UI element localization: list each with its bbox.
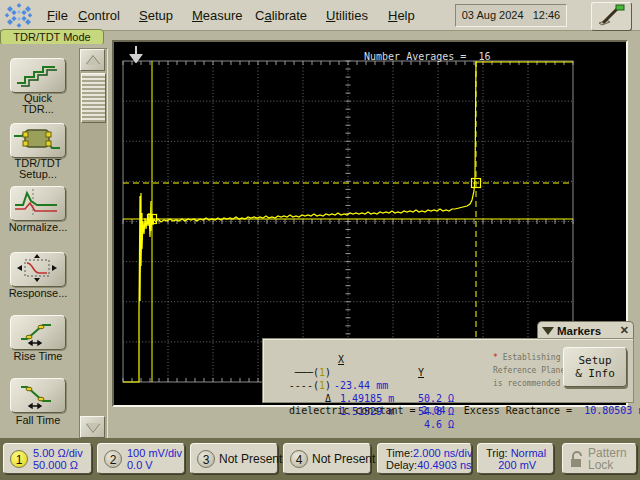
menu-control[interactable]: Control: [78, 8, 120, 23]
time-per-div: 2.000 ns/div: [413, 447, 472, 459]
normalize-icon: [11, 187, 63, 218]
markers-readout-panel: X Y ───(1) -23.44 mm 50.2 Ω ----(1) 1.49…: [262, 338, 634, 403]
markers-panel-tab[interactable]: Markers ✕: [537, 321, 634, 339]
channel-3-badge: 3: [197, 450, 215, 468]
normalize-button[interactable]: [10, 186, 66, 221]
stylus-pen-icon: [592, 3, 629, 28]
response-label: Response...: [0, 288, 76, 299]
trigger-button[interactable]: Trig: Normal 200 mV: [477, 443, 554, 474]
channel-3-button[interactable]: 3 Not Present: [190, 443, 278, 474]
marker1-row: ───(1) -23.44 mm 50.2 Ω: [263, 353, 287, 366]
tdr-tdt-setup-icon: [11, 124, 63, 155]
channel-4-button[interactable]: 4 Not Present: [283, 443, 371, 474]
excess-reactance-value: 10.80503 nH: [584, 405, 640, 416]
agilent-spark-logo-icon: [4, 2, 34, 29]
delay-value: 40.4903 ns: [417, 459, 471, 471]
fall-time-button[interactable]: [10, 378, 66, 413]
arrow-down-icon: [86, 423, 100, 432]
collapse-triangle-icon[interactable]: [542, 327, 554, 335]
quick-tdr-label: Quick TDR...: [0, 93, 76, 115]
trigger-level: 200 mV: [498, 459, 536, 471]
menu-file[interactable]: File: [47, 8, 68, 23]
normalize-label: Normalize...: [0, 222, 76, 233]
channel-1-button[interactable]: 1 5.00 Ω/div50.000 Ω: [3, 443, 92, 474]
markers-panel-title: Markers: [557, 325, 620, 337]
markers-panel-close-icon[interactable]: ✕: [620, 324, 629, 337]
quick-tdr-icon: [11, 59, 63, 90]
ch2-scale: 100 mV/div: [127, 447, 182, 459]
scroll-up-button[interactable]: [80, 49, 105, 71]
trigger-mode: Normal: [511, 447, 546, 459]
pattern-lock-label: Pattern Lock: [588, 447, 627, 471]
dielectric-constant-label: dielectric constant =: [289, 405, 421, 416]
menu-utilities[interactable]: Utilities: [326, 8, 368, 23]
toolbar-scrollbar[interactable]: [79, 48, 108, 439]
scroll-down-button[interactable]: [80, 416, 105, 438]
menu-help[interactable]: Help: [388, 8, 415, 23]
channel-2-badge: 2: [104, 450, 122, 468]
marker-col-x-header: X: [338, 353, 344, 366]
scrollbar-thumb[interactable]: [81, 73, 106, 123]
timebase-button[interactable]: Time:2.000 ns/divDelay:40.4903 ns: [377, 443, 472, 474]
menu-bar: File Control Setup Measure Calibrate Uti…: [0, 0, 640, 31]
padlock-icon: [570, 451, 584, 468]
ch1-scale: 5.00 Ω/div: [33, 447, 83, 459]
quick-tdr-button[interactable]: [10, 58, 66, 93]
trigger-position-arrow-icon: [128, 45, 144, 63]
rise-time-label: Rise Time: [0, 351, 76, 362]
arrow-up-icon: [86, 56, 100, 65]
rise-time-icon: [11, 316, 63, 347]
fall-time-label: Fall Time: [0, 415, 76, 426]
dielectric-constant-value: 2.04: [422, 405, 446, 416]
menu-calibrate[interactable]: Calibrate: [255, 8, 307, 23]
channel-1-badge: 1: [10, 450, 28, 468]
date-time-display: 03 Aug 2024 12:46: [455, 4, 567, 27]
setup-info-button[interactable]: Setup & Info: [563, 347, 627, 387]
marker-col-y-header: Y: [418, 366, 424, 379]
ch2-offset: 0.0 V: [127, 459, 153, 471]
response-button[interactable]: [10, 252, 66, 287]
fall-time-icon: [11, 379, 63, 410]
rise-time-button[interactable]: [10, 315, 66, 350]
tdr-tdt-setup-label: TDR/TDT Setup...: [0, 158, 76, 180]
excess-reactance-label: Excess Reactance =: [446, 405, 584, 416]
touchscreen-stylus-button[interactable]: [591, 2, 632, 31]
menu-measure[interactable]: Measure: [192, 8, 243, 23]
tdr-tdt-setup-button[interactable]: [10, 123, 66, 158]
marker2-row: ----(1) 1.49185 m 54.8 Ω: [263, 366, 287, 379]
ch1-offset: 50.000 Ω: [33, 459, 78, 471]
averages-annunciator: Number Averages = 16: [364, 51, 490, 62]
response-icon: [11, 253, 63, 284]
menu-setup[interactable]: Setup: [139, 8, 173, 23]
delta-y-value: 4.6 Ω: [418, 418, 454, 431]
ch3-status: Not Present: [219, 452, 282, 466]
status-bar: 1 5.00 Ω/div50.000 Ω 2 100 mV/div0.0 V 3…: [0, 438, 640, 480]
channel-4-badge: 4: [290, 450, 308, 468]
ch4-status: Not Present: [312, 452, 375, 466]
derived-values-row: dielectric constant = 2.04 Excess Reacta…: [265, 391, 640, 404]
pattern-lock-button[interactable]: Pattern Lock: [562, 443, 637, 474]
channel-2-button[interactable]: 2 100 mV/div0.0 V: [97, 443, 185, 474]
